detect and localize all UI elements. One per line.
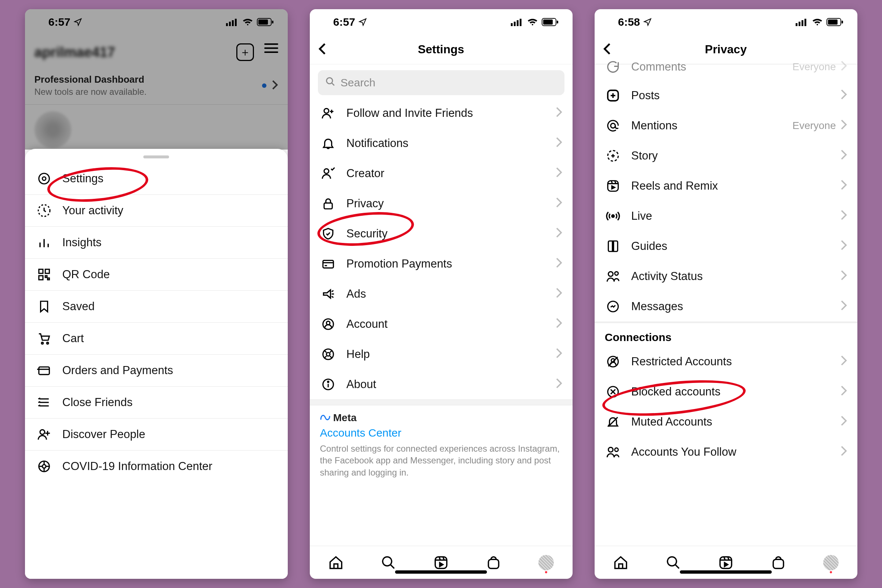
- drag-handle[interactable]: [143, 156, 169, 158]
- tab-reels[interactable]: [717, 555, 734, 570]
- privacy-list-a: Posts Mentions Everyone Story Reels and …: [595, 81, 857, 322]
- row-account[interactable]: Account: [310, 309, 573, 339]
- row-trail: Everyone: [792, 120, 836, 132]
- meta-brand: Meta: [333, 412, 357, 424]
- row-help[interactable]: Help: [310, 339, 573, 369]
- svg-rect-100: [773, 560, 783, 568]
- privacy-icon: [320, 196, 336, 211]
- privacy-row-comments[interactable]: Comments Everyone: [595, 56, 857, 81]
- partial-prev-row: Comments Everyone: [595, 64, 857, 81]
- meta-accounts-center[interactable]: Meta Accounts Center Control settings fo…: [310, 405, 573, 485]
- row-restricted[interactable]: Restricted Accounts: [595, 346, 857, 376]
- row-label: Your activity: [63, 204, 277, 217]
- create-button[interactable]: ＋: [236, 44, 254, 61]
- chevron-right-icon: [272, 80, 278, 92]
- avatar[interactable]: [34, 111, 71, 148]
- row-discover[interactable]: Discover People: [25, 418, 288, 450]
- row-label: Guides: [632, 240, 830, 253]
- insights-icon: [36, 236, 52, 249]
- chevron-right-icon: [840, 89, 847, 102]
- row-live[interactable]: Live: [595, 201, 857, 231]
- tab-profile[interactable]: [538, 555, 555, 570]
- row-reels[interactable]: Reels and Remix: [595, 171, 857, 201]
- row-guides[interactable]: Guides: [595, 231, 857, 261]
- signal-icon: [226, 18, 238, 26]
- row-privacy[interactable]: Privacy: [310, 189, 573, 219]
- tab-reels[interactable]: [432, 555, 450, 570]
- row-activity-status[interactable]: Activity Status: [595, 261, 857, 291]
- row-mentions[interactable]: Mentions Everyone: [595, 111, 857, 141]
- svg-rect-71: [801, 20, 803, 26]
- tab-search[interactable]: [380, 555, 397, 570]
- accounts-center-link[interactable]: Accounts Center: [320, 427, 562, 439]
- svg-rect-47: [324, 203, 332, 209]
- chevron-right-icon: [840, 210, 847, 223]
- row-blocked[interactable]: Blocked accounts: [595, 376, 857, 407]
- home-indicator: [680, 570, 772, 574]
- svg-rect-15: [39, 276, 43, 280]
- row-label: Security: [346, 227, 545, 240]
- back-button[interactable]: [602, 43, 612, 57]
- row-label: Notifications: [346, 137, 545, 150]
- row-insights[interactable]: Insights: [25, 226, 288, 258]
- signal-icon: [796, 18, 808, 26]
- follow-you-icon: [605, 445, 621, 459]
- status-time: 6:57: [48, 16, 70, 28]
- menu-sheet: Settings Your activity Insights QR Code …: [25, 149, 288, 579]
- professional-dashboard[interactable]: Professional Dashboard New tools are now…: [25, 69, 288, 105]
- row-card[interactable]: Orders and Payments: [25, 354, 288, 386]
- row-label: Accounts You Follow: [632, 446, 830, 459]
- row-activity[interactable]: Your activity: [25, 194, 288, 226]
- search-input[interactable]: Search: [318, 70, 564, 95]
- row-story[interactable]: Story: [595, 141, 857, 171]
- row-qr[interactable]: QR Code: [25, 258, 288, 290]
- svg-rect-5: [258, 20, 268, 25]
- row-creator[interactable]: Creator: [310, 158, 573, 189]
- row-label: Live: [632, 210, 830, 223]
- row-ads[interactable]: Ads: [310, 279, 573, 309]
- comments-icon: [605, 60, 621, 74]
- tab-shop[interactable]: [485, 555, 502, 570]
- mentions-icon: [605, 119, 621, 133]
- row-about[interactable]: About: [310, 369, 573, 399]
- chevron-right-icon: [840, 119, 847, 133]
- ads-icon: [320, 287, 336, 301]
- tab-search[interactable]: [665, 555, 682, 570]
- back-button[interactable]: [317, 43, 327, 57]
- row-close-friends[interactable]: Close Friends: [25, 386, 288, 418]
- row-cart[interactable]: Cart: [25, 322, 288, 354]
- status-time: 6:57: [333, 16, 356, 28]
- row-saved[interactable]: Saved: [25, 290, 288, 322]
- row-label: Messages: [632, 300, 830, 313]
- row-covid[interactable]: COVID-19 Information Center: [25, 450, 288, 482]
- chevron-right-icon: [556, 257, 562, 271]
- close-friends-icon: [36, 395, 52, 410]
- row-label: Help: [346, 348, 545, 361]
- svg-rect-37: [520, 19, 522, 26]
- svg-point-57: [326, 352, 330, 356]
- dashboard-title: Professional Dashboard: [34, 74, 147, 85]
- row-payments[interactable]: Promotion Payments: [310, 249, 573, 279]
- row-gear[interactable]: Settings: [25, 163, 288, 194]
- gear-icon: [36, 172, 52, 186]
- row-security[interactable]: Security: [310, 219, 573, 249]
- menu-button[interactable]: [264, 44, 278, 61]
- tab-shop[interactable]: [770, 555, 787, 570]
- row-follow-you[interactable]: Accounts You Follow: [595, 437, 857, 467]
- section-divider: [310, 399, 573, 405]
- username[interactable]: aprilmae417: [34, 45, 116, 60]
- account-icon: [320, 317, 336, 331]
- row-muted[interactable]: Muted Accounts: [595, 407, 857, 437]
- tab-profile[interactable]: [822, 555, 839, 570]
- new-indicator-dot: [262, 83, 266, 88]
- row-label: Muted Accounts: [632, 415, 830, 429]
- profile-pic-icon: [823, 555, 838, 570]
- row-posts[interactable]: Posts: [595, 81, 857, 111]
- row-messages[interactable]: Messages: [595, 291, 857, 322]
- notifications-icon: [320, 136, 336, 150]
- tab-home[interactable]: [612, 555, 629, 570]
- row-notifications[interactable]: Notifications: [310, 128, 573, 158]
- tab-home[interactable]: [327, 555, 344, 570]
- row-follow[interactable]: Follow and Invite Friends: [310, 98, 573, 128]
- card-icon: [36, 363, 52, 377]
